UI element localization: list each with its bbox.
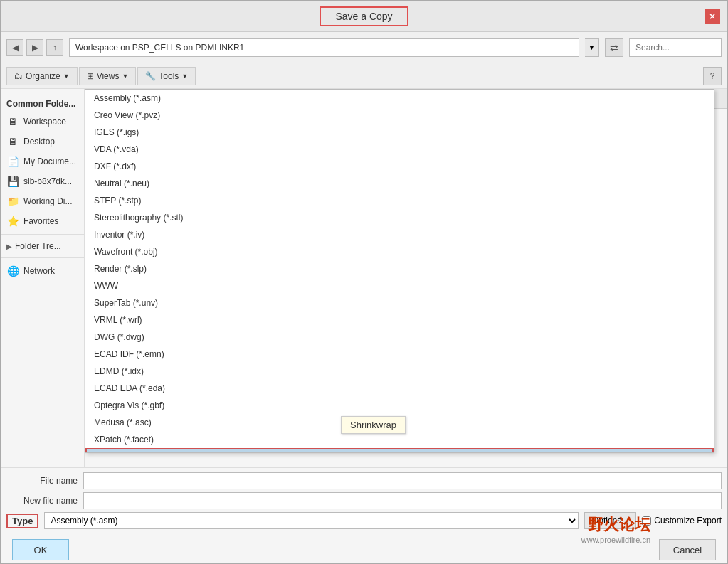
dropdown-item-8[interactable]: Stereolithography (*.stl) [85, 209, 714, 226]
dropdown-item-17[interactable]: EDMD (*.idx) [85, 363, 714, 380]
sidebar-workspace-label: Workspace [23, 117, 66, 127]
workspace-icon: 🖥 [6, 115, 19, 128]
favorites-icon: ⭐ [6, 215, 19, 228]
file-name-row: File name [6, 472, 722, 489]
new-file-name-label: New file name [6, 496, 78, 506]
dropdown-item-14[interactable]: VRML (*.wrl) [85, 312, 714, 329]
file-name-label: File name [6, 476, 78, 486]
customize-checkbox-input[interactable] [642, 516, 651, 526]
dropdown-item-13[interactable]: SuperTab (*.unv) [85, 294, 714, 312]
tools-arrow: ▼ [181, 73, 188, 80]
help-icon: ? [710, 71, 715, 81]
type-select[interactable]: Assembly (*.asm) [44, 512, 579, 529]
navigation-toolbar: ◀ ▶ ↑ Workspace on PSP_CELLS on PDMLINKR… [1, 32, 727, 63]
sidebar-divider2 [1, 257, 84, 258]
dropdown-item-5[interactable]: DXF (*.dxf) [85, 158, 714, 175]
sidebar-item-my-documents[interactable]: 📄 My Docume... [1, 151, 84, 171]
sidebar-divider [1, 234, 84, 235]
common-folders-title: Common Folde... [1, 95, 84, 112]
back-button[interactable]: ◀ [6, 39, 23, 56]
up-button[interactable]: ↑ [46, 39, 63, 56]
cancel-button[interactable]: Cancel [659, 539, 716, 560]
file-area: ↟ 1234512003_... Assembly (*.asm)Creo Vi… [85, 89, 727, 467]
sidebar-item-workspace[interactable]: 🖥 Workspace [1, 112, 84, 132]
forward-button[interactable]: ▶ [26, 39, 43, 56]
close-button[interactable]: × [705, 9, 720, 24]
sidebar-item-working-dir[interactable]: 📁 Working Di... [1, 191, 84, 211]
documents-icon: 📄 [6, 155, 19, 168]
organize-icon: 🗂 [14, 71, 23, 81]
customize-export-checkbox[interactable]: Customize Export [642, 516, 722, 526]
tooltip-text: Shrinkwrap [350, 420, 396, 430]
sidebar-desktop-label: Desktop [23, 137, 55, 147]
customize-label: Customize Export [654, 516, 722, 526]
drive-icon: 💾 [6, 175, 19, 188]
dropdown-item-10[interactable]: Wavefront (*.obj) [85, 243, 714, 260]
dialog-title: Save a Copy [320, 6, 408, 26]
file-type-list[interactable]: Assembly (*.asm)Creo View (*.pvz)IGES (*… [85, 90, 714, 452]
sidebar-network-label: Network [23, 266, 55, 276]
sidebar-item-slb[interactable]: 💾 slb-b8x7dk... [1, 171, 84, 191]
help-button[interactable]: ? [703, 67, 722, 85]
action-row: OK 野火论坛 www.proewildfire.cn Cancel [1, 533, 727, 563]
save-copy-dialog: Save a Copy × ◀ ▶ ↑ Workspace on PSP_CEL… [0, 0, 728, 564]
path-display: Workspace on PSP_CELLS on PDMLINKR1 [69, 38, 579, 57]
refresh-button[interactable]: ⇄ [605, 38, 623, 57]
sidebar-working-label: Working Di... [23, 196, 72, 206]
type-row: Type Assembly (*.asm) Options... Customi… [6, 512, 722, 529]
tools-icon: 🔧 [145, 71, 156, 81]
path-dropdown[interactable]: ▼ [585, 38, 599, 57]
dropdown-item-9[interactable]: Inventor (*.iv) [85, 226, 714, 243]
sidebar-favorites-label: Favorites [23, 216, 58, 226]
dropdown-item-22[interactable]: Shrinkwrap [85, 448, 714, 452]
views-label: Views [97, 71, 120, 81]
organize-button[interactable]: 🗂 Organize ▼ [6, 67, 78, 85]
type-label: Type [6, 514, 38, 528]
watermark-url: www.proewildfire.cn [581, 536, 650, 544]
dropdown-item-15[interactable]: DWG (*.dwg) [85, 329, 714, 346]
dropdown-item-18[interactable]: ECAD EDA (*.eda) [85, 380, 714, 397]
bottom-area: File name New file name Type Assembly (*… [1, 467, 727, 533]
tools-label: Tools [159, 71, 179, 81]
dropdown-item-4[interactable]: VDA (*.vda) [85, 141, 714, 158]
dropdown-list-container: Assembly (*.asm)Creo View (*.pvz)IGES (*… [85, 89, 714, 453]
network-icon: 🌐 [6, 265, 19, 277]
dropdown-item-6[interactable]: Neutral (*.neu) [85, 175, 714, 192]
desktop-icon: 🖥 [6, 135, 19, 148]
shrinkwrap-tooltip: Shrinkwrap [341, 416, 406, 434]
ok-button[interactable]: OK [12, 539, 69, 560]
dropdown-item-7[interactable]: STEP (*.stp) [85, 192, 714, 209]
folder-tree-label: Folder Tre... [15, 241, 61, 251]
main-content: Common Folde... 🖥 Workspace 🖥 Desktop 📄 … [1, 89, 727, 467]
sidebar-documents-label: My Docume... [23, 156, 76, 166]
action-toolbar: 🗂 Organize ▼ ⊞ Views ▼ 🔧 Tools ▼ ? [1, 63, 727, 89]
dropdown-item-2[interactable]: Creo View (*.pvz) [85, 107, 714, 124]
views-icon: ⊞ [87, 71, 94, 81]
file-name-input[interactable] [83, 472, 722, 489]
dropdown-item-16[interactable]: ECAD IDF (*.emn) [85, 346, 714, 363]
sidebar-folder-tree[interactable]: ▶ Folder Tre... [1, 238, 84, 255]
sidebar-item-favorites[interactable]: ⭐ Favorites [1, 211, 84, 231]
folder-icon: 📁 [6, 195, 19, 208]
dropdown-item-3[interactable]: IGES (*.igs) [85, 124, 714, 141]
sidebar-item-network[interactable]: 🌐 Network [1, 261, 84, 281]
sidebar-slb-label: slb-b8x7dk... [23, 176, 72, 186]
organize-arrow: ▼ [63, 73, 70, 80]
views-button[interactable]: ⊞ Views ▼ [79, 67, 137, 85]
sidebar: Common Folde... 🖥 Workspace 🖥 Desktop 📄 … [1, 89, 85, 467]
options-button[interactable]: Options... [584, 512, 636, 529]
folder-tree-chevron: ▶ [6, 243, 12, 250]
sidebar-item-desktop[interactable]: 🖥 Desktop [1, 132, 84, 151]
views-arrow: ▼ [122, 73, 128, 80]
tools-button[interactable]: 🔧 Tools ▼ [137, 67, 196, 85]
search-input[interactable] [629, 38, 722, 57]
new-file-name-input[interactable] [83, 492, 722, 509]
dropdown-item-19[interactable]: Optegra Vis (*.gbf) [85, 397, 714, 414]
dropdown-item-12[interactable]: WWW [85, 277, 714, 294]
dropdown-item-11[interactable]: Render (*.slp) [85, 260, 714, 277]
organize-label: Organize [26, 71, 60, 81]
title-bar: Save a Copy × [1, 1, 727, 32]
dropdown-item-1[interactable]: Assembly (*.asm) [85, 90, 714, 107]
new-file-name-row: New file name [6, 492, 722, 509]
